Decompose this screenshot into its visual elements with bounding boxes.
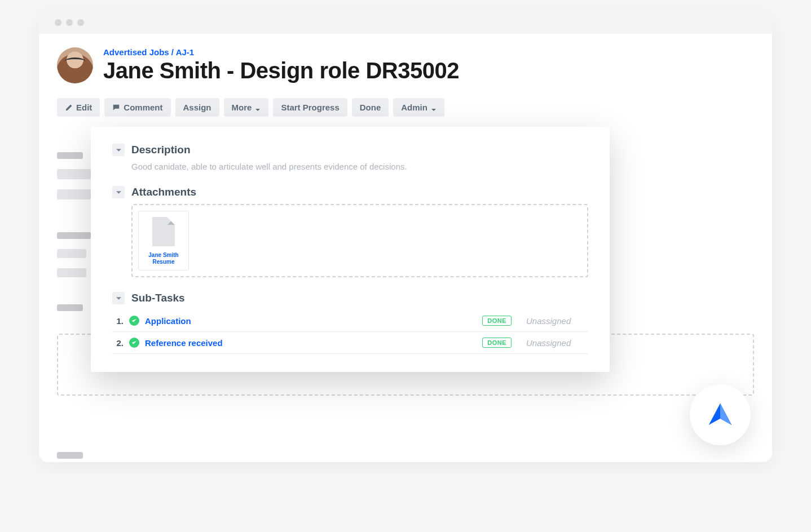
window-dot (55, 19, 61, 26)
assign-button[interactable]: Assign (175, 98, 219, 117)
comment-button[interactable]: Comment (104, 98, 170, 117)
document-icon (152, 217, 175, 246)
attachments-dropzone[interactable]: Jane Smith Resume (131, 204, 588, 277)
collapse-toggle[interactable] (112, 186, 125, 198)
subtask-row: 1. Application DONE Unassigned (112, 310, 588, 332)
start-progress-label: Start Progress (281, 103, 339, 112)
browser-window: Advertised Jobs / AJ-1 Jane Smith - Desi… (39, 11, 772, 462)
status-badge: DONE (482, 316, 512, 326)
description-body: Good canidate, able to articulate well a… (112, 162, 588, 171)
collapse-toggle[interactable] (112, 292, 125, 304)
breadcrumb[interactable]: Advertised Jobs / AJ-1 (103, 47, 459, 57)
chevron-down-icon (116, 147, 122, 153)
pencil-icon (65, 104, 73, 112)
subtasks-section: Sub-Tasks 1. Application DONE Unassigned… (112, 292, 588, 354)
browser-chrome (39, 11, 772, 34)
window-dot (77, 19, 84, 26)
start-progress-button[interactable]: Start Progress (273, 98, 347, 117)
header-row: Advertised Jobs / AJ-1 Jane Smith - Desi… (57, 47, 754, 83)
status-badge: DONE (482, 338, 512, 348)
subtask-list: 1. Application DONE Unassigned 2. Refere… (112, 310, 588, 354)
subtask-number: 1. (112, 316, 124, 326)
chevron-down-icon (431, 105, 437, 110)
assign-button-label: Assign (183, 103, 211, 112)
check-circle-icon (129, 338, 139, 348)
collapse-toggle[interactable] (112, 144, 125, 156)
description-title: Description (131, 144, 191, 156)
subtask-link[interactable]: Reference received (145, 338, 477, 348)
toolbar: Edit Comment Assign More Start Progress … (57, 98, 754, 117)
assignee-label: Unassigned (526, 338, 588, 348)
subtask-row: 2. Reference received DONE Unassigned (112, 332, 588, 354)
admin-button[interactable]: Admin (393, 98, 444, 117)
chevron-down-icon (116, 189, 122, 196)
subtask-link[interactable]: Application (145, 316, 477, 326)
edit-button[interactable]: Edit (57, 98, 100, 117)
done-button-label: Done (360, 103, 381, 112)
comment-button-label: Comment (124, 103, 162, 112)
fab-button[interactable] (690, 384, 751, 445)
chevron-down-icon (255, 105, 261, 110)
admin-button-label: Admin (401, 103, 427, 112)
more-button[interactable]: More (224, 98, 269, 117)
attachment-name: Jane Smith Resume (143, 252, 184, 265)
assignee-label: Unassigned (526, 316, 588, 326)
attachments-title: Attachments (131, 186, 196, 198)
header-texts: Advertised Jobs / AJ-1 Jane Smith - Desi… (103, 47, 459, 83)
description-section: Description Good canidate, able to artic… (112, 144, 588, 171)
content-area: Advertised Jobs / AJ-1 Jane Smith - Desi… (39, 34, 772, 462)
window-dot (66, 19, 73, 26)
more-button-label: More (232, 103, 252, 112)
comment-icon (112, 104, 120, 112)
issue-detail-card: Description Good canidate, able to artic… (91, 127, 610, 372)
attachment-file[interactable]: Jane Smith Resume (138, 211, 189, 271)
avatar[interactable] (57, 47, 93, 83)
edit-button-label: Edit (76, 103, 92, 112)
attachments-section: Attachments Jane Smith Resume (112, 186, 588, 277)
subtask-number: 2. (112, 338, 124, 348)
chevron-down-icon (116, 295, 122, 302)
send-icon (705, 400, 735, 430)
check-circle-icon (129, 316, 139, 326)
page-title: Jane Smith - Design role DR35002 (103, 58, 459, 83)
done-button[interactable]: Done (352, 98, 389, 117)
subtasks-title: Sub-Tasks (131, 292, 185, 304)
